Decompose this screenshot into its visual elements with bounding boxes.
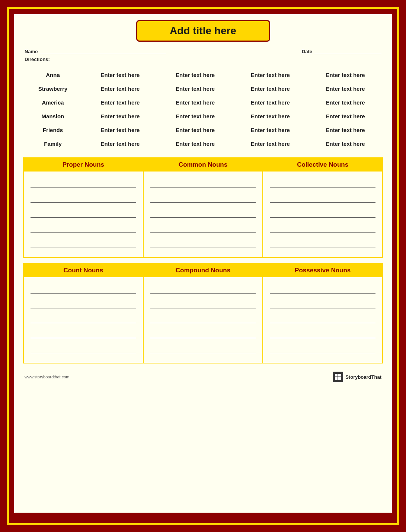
logo-icon (333, 372, 343, 382)
category-column: Proper Nouns (24, 158, 144, 257)
write-line[interactable] (270, 297, 375, 308)
write-line[interactable] (31, 326, 136, 338)
entry-cell[interactable]: Enter text here (233, 68, 308, 82)
write-line[interactable] (31, 297, 136, 308)
write-line[interactable] (270, 341, 375, 353)
logo-text: StoryboardThat (345, 374, 381, 380)
entry-cell[interactable]: Enter text here (308, 96, 383, 109)
category-column: Common Nouns (144, 158, 263, 257)
date-field: Date (302, 48, 381, 54)
entry-cell[interactable]: Enter text here (233, 109, 308, 123)
entry-cell[interactable]: Enter text here (308, 82, 383, 96)
outer-border: Add title here Name Date Directions: Ann… (7, 7, 399, 525)
write-line[interactable] (31, 191, 136, 203)
write-line[interactable] (150, 297, 256, 308)
table-row: MansionEnter text hereEnter text hereEnt… (23, 109, 383, 123)
entry-cell[interactable]: Enter text here (83, 96, 158, 109)
word-cell: America (23, 96, 83, 109)
svg-rect-1 (338, 374, 341, 376)
entry-cell[interactable]: Enter text here (308, 137, 383, 151)
write-line[interactable] (270, 282, 375, 294)
category-body (263, 277, 382, 363)
entry-cell[interactable]: Enter text here (158, 123, 233, 137)
entry-cell[interactable]: Enter text here (158, 137, 233, 151)
category-header: Possessive Nouns (263, 264, 382, 277)
name-date-row: Name Date (23, 48, 383, 54)
write-line[interactable] (150, 176, 256, 188)
write-line[interactable] (150, 206, 256, 218)
name-underline[interactable] (40, 48, 166, 54)
entry-cell[interactable]: Enter text here (158, 96, 233, 109)
write-line[interactable] (31, 235, 136, 247)
entry-cell[interactable]: Enter text here (233, 96, 308, 109)
name-field: Name (25, 48, 166, 54)
entry-cell[interactable]: Enter text here (308, 123, 383, 137)
category-body (24, 277, 143, 363)
category-column: Possessive Nouns (263, 264, 382, 363)
entry-cell[interactable]: Enter text here (308, 68, 383, 82)
date-underline[interactable] (314, 48, 381, 54)
write-line[interactable] (150, 326, 256, 338)
bottom-categories-row: Count NounsCompound NounsPossessive Noun… (23, 263, 383, 363)
top-categories-row: Proper NounsCommon NounsCollective Nouns (23, 157, 383, 258)
table-row: FriendsEnter text hereEnter text hereEnt… (23, 123, 383, 137)
write-line[interactable] (150, 341, 256, 353)
title-box: Add title here (136, 20, 270, 42)
write-line[interactable] (270, 191, 375, 203)
category-header: Count Nouns (24, 264, 143, 277)
word-cell: Mansion (23, 109, 83, 123)
category-header: Proper Nouns (24, 158, 143, 172)
write-line[interactable] (31, 341, 136, 353)
footer-url: www.storyboardthat.com (25, 375, 69, 379)
table-row: StrawberryEnter text hereEnter text here… (23, 82, 383, 96)
write-line[interactable] (270, 311, 375, 323)
write-line[interactable] (31, 221, 136, 233)
write-line[interactable] (270, 235, 375, 247)
write-line[interactable] (270, 206, 375, 218)
word-table: AnnaEnter text hereEnter text hereEnter … (23, 68, 383, 151)
word-cell: Family (23, 137, 83, 151)
entry-cell[interactable]: Enter text here (233, 123, 308, 137)
entry-cell[interactable]: Enter text here (83, 82, 158, 96)
write-line[interactable] (150, 235, 256, 247)
table-row: FamilyEnter text hereEnter text hereEnte… (23, 137, 383, 151)
svg-rect-0 (335, 374, 338, 376)
footer-logo: StoryboardThat (333, 372, 381, 382)
category-header: Compound Nouns (144, 264, 263, 277)
write-line[interactable] (31, 282, 136, 294)
write-line[interactable] (150, 311, 256, 323)
write-line[interactable] (270, 176, 375, 188)
entry-cell[interactable]: Enter text here (158, 68, 233, 82)
entry-cell[interactable]: Enter text here (83, 123, 158, 137)
category-column: Count Nouns (24, 264, 144, 363)
write-line[interactable] (31, 311, 136, 323)
category-header: Common Nouns (144, 158, 263, 172)
entry-cell[interactable]: Enter text here (158, 82, 233, 96)
entry-cell[interactable]: Enter text here (158, 109, 233, 123)
name-label: Name (25, 49, 38, 54)
word-cell: Strawberry (23, 82, 83, 96)
entry-cell[interactable]: Enter text here (83, 137, 158, 151)
category-body (144, 277, 263, 363)
word-cell: Anna (23, 68, 83, 82)
category-body (144, 172, 263, 257)
directions-label: Directions: (23, 57, 383, 62)
write-line[interactable] (270, 326, 375, 338)
category-column: Collective Nouns (263, 158, 382, 257)
entry-cell[interactable]: Enter text here (233, 82, 308, 96)
entry-cell[interactable]: Enter text here (308, 109, 383, 123)
write-line[interactable] (31, 176, 136, 188)
write-line[interactable] (31, 206, 136, 218)
svg-rect-2 (335, 377, 338, 380)
write-line[interactable] (270, 221, 375, 233)
entry-cell[interactable]: Enter text here (233, 137, 308, 151)
category-body (263, 172, 382, 257)
write-line[interactable] (150, 191, 256, 203)
entry-cell[interactable]: Enter text here (83, 109, 158, 123)
entry-cell[interactable]: Enter text here (83, 68, 158, 82)
word-cell: Friends (23, 123, 83, 137)
write-line[interactable] (150, 282, 256, 294)
table-row: AmericaEnter text hereEnter text hereEnt… (23, 96, 383, 109)
date-label: Date (302, 49, 312, 54)
write-line[interactable] (150, 221, 256, 233)
